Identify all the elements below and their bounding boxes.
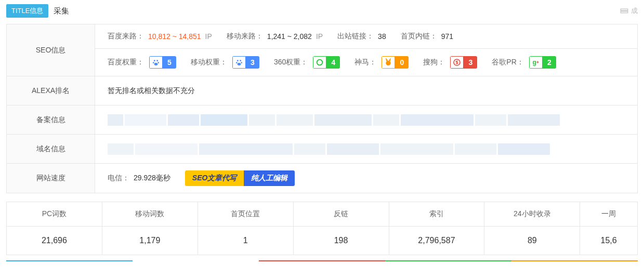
svg-point-9 — [236, 62, 238, 63]
stats-table: PC词数 21,696 移动词数 1,179 首页位置 1 反链 198 索引 … — [6, 202, 638, 255]
svg-point-5 — [157, 62, 159, 63]
stats-col-week[interactable]: 一周 15,6 — [580, 202, 637, 255]
speed-content: 电信： 29.928毫秒 SEO文章代写 纯人工编辑 — [95, 164, 637, 193]
stats-col-24h[interactable]: 24小时收录 89 — [484, 202, 580, 255]
svg-point-13 — [386, 61, 391, 65]
promo-banner[interactable]: SEO文章代写 纯人工编辑 — [185, 170, 295, 186]
weight-sogou[interactable]: 搜狗： 3 — [423, 56, 477, 69]
row-beian: 备案信息 — [7, 105, 637, 135]
shenma-icon — [382, 56, 395, 69]
bottom-tab-indicators — [6, 260, 638, 262]
title-badge: TITLE信息 — [6, 4, 48, 18]
row-seo: SEO信息 百度来路： 10,812 ~ 14,851 IP 移动来路： 1,2… — [7, 24, 637, 76]
row-label-alexa: ALEXA排名 — [7, 76, 95, 105]
tab-indicator[interactable] — [511, 260, 638, 262]
redacted-content — [108, 143, 625, 155]
baidu-mobile-icon — [232, 56, 246, 69]
alexa-value: 暂无排名或相关数据不充分 — [108, 86, 195, 96]
tab-indicator[interactable] — [6, 260, 133, 262]
alexa-content: 暂无排名或相关数据不充分 — [95, 76, 637, 105]
weight-google[interactable]: 谷歌PR： g+ 2 — [492, 56, 556, 69]
svg-point-11 — [238, 63, 241, 65]
seo-traffic-row: 百度来路： 10,812 ~ 14,851 IP 移动来路： 1,241 ~ 2… — [95, 24, 637, 49]
promo-left-text: SEO文章代写 — [185, 170, 244, 186]
stats-col-index[interactable]: 索引 2,796,587 — [389, 202, 485, 255]
homepage-links: 首页内链： 971 — [401, 32, 453, 41]
svg-point-4 — [153, 62, 154, 63]
page-header: TITLE信息 采集 成 — [0, 0, 644, 22]
speed-value-group: 电信： 29.928毫秒 — [108, 174, 170, 183]
top-action-label: 成 — [631, 6, 638, 16]
svg-point-6 — [154, 63, 158, 65]
tab-indicator[interactable] — [133, 260, 259, 262]
outbound-links: 出站链接： 38 — [337, 32, 386, 41]
seo-info-table: SEO信息 百度来路： 10,812 ~ 14,851 IP 移动来路： 1,2… — [6, 24, 638, 193]
row-label-beian: 备案信息 — [7, 105, 95, 134]
seo-content: 百度来路： 10,812 ~ 14,851 IP 移动来路： 1,241 ~ 2… — [95, 24, 637, 76]
row-label-seo: SEO信息 — [7, 24, 95, 76]
row-alexa: ALEXA排名 暂无排名或相关数据不充分 — [7, 76, 637, 105]
top-action-icon[interactable]: 成 — [620, 6, 638, 16]
stats-col-mobile-words[interactable]: 移动词数 1,179 — [102, 202, 198, 255]
baidu-traffic: 百度来路： 10,812 ~ 14,851 IP — [108, 32, 212, 41]
q360-icon — [313, 56, 326, 69]
weight-baidu-pc[interactable]: 百度权重： 5 — [108, 56, 176, 69]
google-icon: g+ — [529, 56, 543, 69]
seo-weights-row: 百度权重： 5 移动权重： 3 — [95, 49, 637, 76]
svg-point-8 — [240, 60, 241, 61]
row-label-domain: 域名信息 — [7, 135, 95, 163]
sogou-icon — [450, 56, 464, 69]
svg-rect-1 — [621, 11, 628, 13]
stats-col-pc-words[interactable]: PC词数 21,696 — [7, 202, 102, 255]
mobile-traffic: 移动来路： 1,241 ~ 2,082 IP — [227, 32, 323, 41]
stats-col-homepage-pos[interactable]: 首页位置 1 — [198, 202, 294, 255]
stats-col-backlinks[interactable]: 反链 198 — [294, 202, 389, 255]
svg-point-12 — [317, 60, 323, 65]
weight-baidu-mobile[interactable]: 移动权重： 3 — [191, 56, 259, 69]
weight-shenma[interactable]: 神马： 0 — [354, 56, 409, 69]
baidu-paw-icon — [149, 56, 163, 69]
domain-content — [95, 135, 637, 163]
beian-content — [95, 105, 637, 134]
tab-indicator[interactable] — [385, 260, 511, 262]
row-label-speed: 网站速度 — [7, 164, 95, 193]
page-title: 采集 — [54, 6, 69, 16]
row-speed: 网站速度 电信： 29.928毫秒 SEO文章代写 纯人工编辑 — [7, 164, 637, 193]
promo-right-text: 纯人工编辑 — [244, 170, 295, 186]
svg-rect-0 — [621, 9, 628, 10]
svg-point-10 — [241, 62, 242, 63]
svg-point-3 — [156, 60, 158, 61]
redacted-content — [108, 114, 625, 126]
svg-point-2 — [154, 60, 155, 61]
weight-360[interactable]: 360权重： 4 — [274, 56, 340, 69]
svg-point-7 — [237, 60, 239, 61]
tab-indicator[interactable] — [259, 260, 385, 262]
row-domain: 域名信息 — [7, 135, 637, 164]
